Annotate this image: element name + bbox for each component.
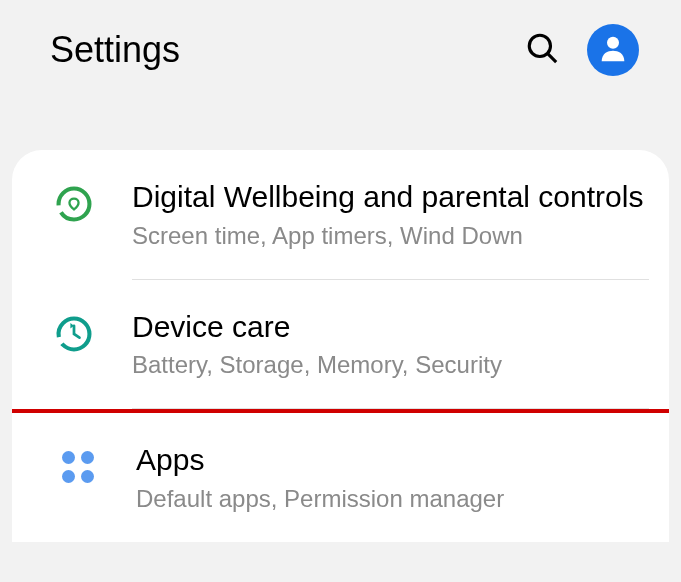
- svg-point-3: [59, 189, 90, 220]
- device-care-icon: [52, 312, 96, 356]
- settings-item-digital-wellbeing[interactable]: Digital Wellbeing and parental controls …: [12, 150, 669, 279]
- settings-item-device-care[interactable]: Device care Battery, Storage, Memory, Se…: [12, 280, 669, 409]
- item-text: Device care Battery, Storage, Memory, Se…: [132, 308, 649, 381]
- item-title: Apps: [136, 441, 649, 479]
- search-icon: [525, 51, 559, 68]
- wellbeing-icon: [52, 182, 96, 226]
- item-title: Device care: [132, 308, 649, 346]
- svg-line-1: [548, 54, 556, 62]
- settings-list: Digital Wellbeing and parental controls …: [12, 150, 669, 542]
- page-title: Settings: [50, 29, 180, 71]
- account-button[interactable]: [587, 24, 639, 76]
- person-icon: [597, 32, 629, 68]
- item-title: Digital Wellbeing and parental controls: [132, 178, 649, 216]
- item-subtitle: Default apps, Permission manager: [136, 483, 649, 514]
- header-actions: [525, 24, 639, 76]
- apps-icon: [56, 445, 100, 489]
- header: Settings: [0, 0, 681, 100]
- item-subtitle: Screen time, App timers, Wind Down: [132, 220, 649, 251]
- item-text: Apps Default apps, Permission manager: [136, 441, 649, 514]
- highlight-box: Apps Default apps, Permission manager: [12, 409, 669, 542]
- svg-point-0: [529, 35, 550, 56]
- svg-point-2: [607, 37, 619, 49]
- search-button[interactable]: [525, 31, 559, 69]
- item-subtitle: Battery, Storage, Memory, Security: [132, 349, 649, 380]
- item-text: Digital Wellbeing and parental controls …: [132, 178, 649, 251]
- settings-item-apps[interactable]: Apps Default apps, Permission manager: [12, 413, 669, 542]
